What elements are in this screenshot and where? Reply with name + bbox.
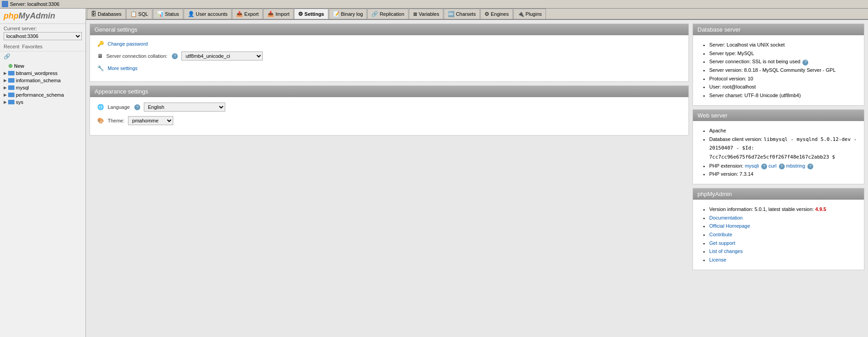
appearance-settings-title: Appearance settings xyxy=(95,88,148,95)
web-item-apache: Apache xyxy=(709,126,857,135)
get-support-link[interactable]: Get support xyxy=(709,240,735,246)
tree-item-new[interactable]: ⊕ New xyxy=(0,62,85,70)
language-help-icon[interactable]: ? xyxy=(134,104,140,110)
tree-label-sys: sys xyxy=(16,99,24,105)
server-version-value: 8.0.18 - MySQL Community Server - GPL xyxy=(744,67,836,73)
recent-link[interactable]: Recent xyxy=(4,44,19,49)
tab-user-accounts[interactable]: 👤 User accounts xyxy=(184,9,232,19)
mysqli-link[interactable]: mysqli xyxy=(745,163,759,168)
tree-item-bitnami[interactable]: ▶ bitnami_wordpress xyxy=(0,70,85,77)
main-content: General settings 🔑 Change password 🖥 Ser… xyxy=(86,20,868,337)
general-settings-header: General settings xyxy=(90,24,688,35)
tab-status[interactable]: 📊 Status xyxy=(153,9,183,19)
db-icon-information xyxy=(8,78,14,83)
database-server-list: Server: Localhost via UNIX socket Server… xyxy=(700,41,857,100)
tree-label-bitnami: bitnami_wordpress xyxy=(16,70,57,76)
database-server-title: Database server xyxy=(697,26,740,33)
server-connection-label: Server connection: xyxy=(709,59,752,64)
titlebar-text: Server: localhost:3306 xyxy=(10,1,59,7)
tab-plugins[interactable]: 🔌 Plugins xyxy=(513,9,546,19)
db-icon-bitnami xyxy=(8,71,14,75)
tab-engines-label: Engines xyxy=(491,11,509,17)
tab-bar: 🗄 Databases 📋 SQL 📊 Status 👤 User accoun… xyxy=(86,9,868,20)
web-server-body: Apache Database client version: libmysql… xyxy=(693,121,864,184)
tree-label-new: New xyxy=(14,63,24,69)
tab-sql[interactable]: 📋 SQL xyxy=(126,9,152,19)
binary-log-icon: 📝 xyxy=(333,11,340,17)
mbstring-help-icon[interactable]: ? xyxy=(807,164,813,169)
tab-binary-log[interactable]: 📝 Binary log xyxy=(329,9,367,19)
left-panel: General settings 🔑 Change password 🖥 Ser… xyxy=(90,23,689,333)
pma-latest-version-link[interactable]: 4.9.5 xyxy=(815,206,826,212)
pma-version-label: Version information: xyxy=(709,206,754,212)
theme-select[interactable]: pmahomme original boodark xyxy=(128,116,173,125)
documentation-link[interactable]: Documentation xyxy=(709,215,743,220)
license-link[interactable]: License xyxy=(709,257,726,262)
mbstring-link[interactable]: mbstring xyxy=(786,163,805,168)
tree-item-information-schema[interactable]: ▶ information_schema xyxy=(0,77,85,84)
general-settings-card: General settings 🔑 Change password 🖥 Ser… xyxy=(90,23,689,82)
web-server-list: Apache Database client version: libmysql… xyxy=(700,126,857,178)
paint-icon: 🎨 xyxy=(97,117,104,124)
list-of-changes-link[interactable]: List of changes xyxy=(709,248,743,254)
server-select[interactable]: localhost:3306 xyxy=(4,32,82,40)
replication-icon: 🔗 xyxy=(371,11,378,17)
tab-export-label: Export xyxy=(244,11,259,17)
server-user-label: User: xyxy=(709,84,722,89)
variables-icon: ≣ xyxy=(413,11,417,17)
server-type-label: Server type: xyxy=(709,51,737,56)
web-item-php-ext: PHP extension: mysqli ? curl ? mbstring … xyxy=(709,162,857,170)
engines-icon: ⚙ xyxy=(484,11,489,17)
server-item-server: Server: Localhost via UNIX socket xyxy=(709,41,857,49)
appearance-settings-body: 🌐 Language ? English Deutsch Français Es… xyxy=(90,97,688,135)
export-icon: 📤 xyxy=(236,11,243,17)
tree-item-performance[interactable]: ▶ performance_schema xyxy=(0,91,85,98)
change-password-link[interactable]: Change password xyxy=(108,41,148,47)
tree-toolbar: 🔗 xyxy=(0,51,85,61)
web-server-header: Web server xyxy=(693,110,864,121)
contribute-link[interactable]: Contribute xyxy=(709,232,732,237)
tab-charsets[interactable]: 🔤 Charsets xyxy=(444,9,480,19)
server-label: Server: xyxy=(709,42,727,47)
general-settings-body: 🔑 Change password 🖥 Server connection co… xyxy=(90,35,688,81)
tab-databases-label: Databases xyxy=(98,11,122,17)
language-select[interactable]: English Deutsch Français Español xyxy=(144,103,225,112)
more-settings-link[interactable]: More settings xyxy=(108,66,138,71)
tab-replication[interactable]: 🔗 Replication xyxy=(367,9,408,19)
collation-select[interactable]: utf8mb4_unicode_ci utf8_general_ci latin… xyxy=(181,51,263,61)
official-homepage-link[interactable]: Official Homepage xyxy=(709,223,750,229)
current-server-label: Current server: xyxy=(4,26,82,31)
tab-export[interactable]: 📤 Export xyxy=(232,9,263,19)
server-item-type: Server type: MySQL xyxy=(709,49,857,58)
server-connection-value: SSL is not being used xyxy=(752,59,801,64)
tab-sql-label: SQL xyxy=(138,11,148,17)
globe-icon: 🌐 xyxy=(97,104,104,110)
pma-documentation: Documentation xyxy=(709,214,857,222)
tab-settings[interactable]: ⚙ Settings xyxy=(294,9,328,19)
server-version-label: Server version: xyxy=(709,67,744,73)
tab-import[interactable]: 📥 Import xyxy=(263,9,294,19)
curl-link[interactable]: curl xyxy=(768,163,777,168)
curl-help-icon[interactable]: ? xyxy=(779,164,785,169)
titlebar: Server: localhost:3306 xyxy=(0,0,868,9)
phpmyadmin-header: phpMyAdmin xyxy=(693,188,864,200)
link-icon[interactable]: 🔗 xyxy=(4,53,10,60)
mysqli-help-icon[interactable]: ? xyxy=(761,164,767,169)
tab-engines[interactable]: ⚙ Engines xyxy=(480,9,513,19)
tree-item-sys[interactable]: ▶ sys xyxy=(0,98,85,106)
database-server-header: Database server xyxy=(693,24,864,35)
expand-icon xyxy=(2,63,8,69)
collation-help-icon[interactable]: ? xyxy=(172,53,178,59)
php-ext-label: PHP extension: xyxy=(709,163,745,168)
pma-get-support: Get support xyxy=(709,239,857,248)
tab-databases[interactable]: 🗄 Databases xyxy=(87,9,126,19)
tree-label-mysql: mysql xyxy=(16,85,29,90)
tab-variables[interactable]: ≣ Variables xyxy=(409,9,443,19)
tab-plugins-label: Plugins xyxy=(526,11,542,17)
tree-item-mysql[interactable]: ▶ mysql xyxy=(0,84,85,91)
favorites-link[interactable]: Favorites xyxy=(22,44,43,49)
tab-replication-label: Replication xyxy=(379,11,404,17)
theme-label: Theme: xyxy=(108,118,124,123)
pma-license: License xyxy=(709,256,857,264)
ssl-help-icon[interactable]: ? xyxy=(802,60,808,66)
